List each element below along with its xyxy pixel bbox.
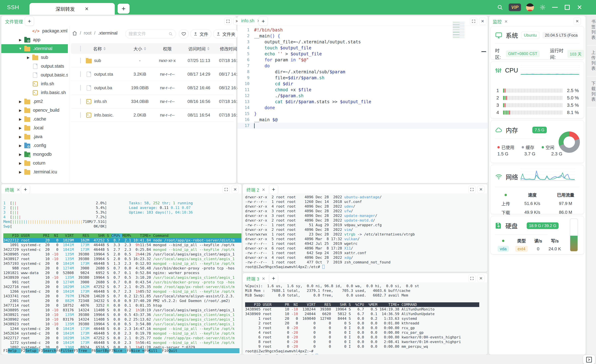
favorite-button[interactable] — [179, 29, 189, 39]
fkey-action[interactable]: Tree — [78, 348, 91, 353]
code-line-10[interactable]: 10 cd $dir — [238, 81, 488, 87]
fkey-F10[interactable]: F10 — [162, 348, 169, 353]
process-row[interactable]: 3438939 root 10 -10 135M 39380 19964 S 0… — [3, 275, 241, 280]
code-line-9[interactable]: 9 file=$dir/$param.sh — [238, 75, 488, 81]
code-line-1[interactable]: 1#!/bin/bash — [238, 27, 488, 33]
home-icon[interactable] — [72, 31, 77, 36]
upload-folder-button[interactable]: 文件夹 — [213, 29, 238, 39]
row-checkbox[interactable] — [80, 58, 81, 63]
tree-item-output.basic.s[interactable]: output.basic.s — [1, 71, 68, 80]
file-search-input[interactable] — [128, 31, 167, 36]
tree-closed-arrow-icon[interactable]: ▶ — [16, 108, 24, 112]
tree-closed-arrow-icon[interactable]: ▶ — [16, 170, 24, 174]
process-table-header[interactable]: PID USER PR NI VIRT RES SHR S %CPU %MEM … — [245, 302, 479, 307]
new-session-button[interactable]: + — [118, 4, 130, 14]
column-header[interactable]: 权限 — [152, 45, 182, 52]
column-header[interactable]: 名称 — [86, 45, 127, 52]
code-line-16[interactable]: 16__main $@ — [238, 117, 488, 123]
code-line-4[interactable]: 4 touch $output_file — [238, 45, 488, 51]
tree-item-output.stats[interactable]: output.stats — [1, 62, 68, 71]
code-line-12[interactable]: 12 ./$param.sh — [238, 93, 488, 99]
terminal-3-tab[interactable]: 终端 3 ✕ — [246, 275, 265, 282]
process-row[interactable]: 3438895 root 10 -10 83176 14324 11408 S … — [3, 308, 241, 313]
fkey-F4[interactable]: F4 — [56, 348, 61, 353]
process-row[interactable]: 991 root 20 0 1274M 3900 2680 S 0.7 0.0 … — [3, 280, 241, 284]
process-row[interactable]: 4 root 0 -20 0 0 0 I 0.0 0.0 0:00.00 rcu… — [245, 330, 487, 335]
upload-file-button[interactable]: 文件 — [190, 29, 211, 39]
minimize-button[interactable] — [551, 4, 559, 11]
gear-icon[interactable] — [539, 4, 546, 11]
fkey-action[interactable]: Nice + — [131, 348, 144, 353]
sort-icon[interactable] — [207, 47, 209, 50]
fkey-F9[interactable]: F9 — [144, 348, 149, 353]
tree-closed-arrow-icon[interactable]: ▶ — [16, 135, 24, 139]
code-line-6[interactable]: 6 for param in "$@" — [238, 57, 488, 63]
process-row[interactable]: 3457193 systemd-c 20 0 1841M 173M 46448 … — [3, 261, 241, 266]
terminal-3-screen[interactable]: %Cpu(s): 1.6 us, 1.6 sy, 0.0 ni, 96.8 id… — [243, 282, 487, 355]
tree-item-.java[interactable]: ▶.java — [1, 132, 68, 141]
code-line-8[interactable]: 8 dir=~/.xterminal/sub/$param — [238, 69, 488, 75]
file-row-info.basic.[interactable]: info.basic.2.0KiBrw-r--r--08/11 16:5407/… — [71, 108, 234, 122]
process-row[interactable]: 6 root 0 -20 0 0 0 I 0.0 0.0 0:00.00 kwo… — [245, 335, 487, 340]
file-manager-new-tab-button[interactable]: + — [25, 17, 34, 26]
terminal-1-tab-close-icon[interactable]: ✕ — [17, 188, 20, 192]
process-row[interactable]: 988 root 20 0 1274M 3900 2680 S 0.7 0.0 … — [3, 266, 241, 271]
column-header[interactable]: 大小 — [127, 45, 152, 52]
fkey-action[interactable]: Nice - — [113, 348, 127, 353]
tree-open-arrow-icon[interactable]: ▼ — [16, 47, 24, 51]
terminal-1-screen[interactable]: 1 [|| 2.0%]2 [||| 5.4%]3 [||| 5.3%]4 [||… — [1, 193, 241, 355]
process-row[interactable]: 3438902 root 10 -10 83176 14324 11408 S … — [3, 317, 241, 322]
process-row[interactable]: 3438923 root 10 -10 135M 39380 19964 S 0… — [3, 322, 241, 327]
breadcrumb[interactable]: / root / .xterminal — [72, 31, 118, 36]
code-line-5[interactable]: 5 echo '' > $output_file — [238, 51, 488, 57]
session-tab[interactable]: 深圳转发 ✕ — [30, 3, 115, 15]
terminal-2-screen[interactable]: drwxr-xr-x 2 root root 4096 Dec 28 2022 … — [243, 193, 487, 272]
row-checkbox[interactable] — [80, 71, 81, 77]
close-panel-icon[interactable]: ✕ — [477, 275, 484, 282]
monitor-tab-close-icon[interactable]: ✕ — [504, 19, 508, 24]
tree-item-.cache[interactable]: ▶.cache — [1, 115, 68, 124]
fkey-action[interactable]: Kill — [149, 348, 162, 353]
process-row[interactable]: 1244 systemd-c 20 0 1841M 173M 46448 S 0… — [3, 327, 241, 331]
tab-download-list[interactable]: 下载列表 — [587, 76, 596, 107]
code-line-2[interactable]: 2__main() { — [238, 33, 488, 39]
tree-closed-arrow-icon[interactable]: ▶ — [16, 126, 24, 130]
sort-icon[interactable] — [104, 47, 106, 50]
process-row[interactable]: 3422717 root 20 0 1029M 162M 47252 S 0.0… — [3, 336, 241, 340]
process-row[interactable]: 3438969 root 10 -10 24044 6620 5812 S 6.… — [245, 312, 487, 316]
file-row-output.ba[interactable]: output.ba199.0BiBrw-r--r--08/12 16:4608/… — [71, 81, 234, 95]
process-row[interactable]: 3422716 root 20 0 1029M 162M 47252 S 0.7… — [3, 284, 241, 289]
tree-closed-arrow-icon[interactable]: ▶ — [16, 117, 24, 121]
file-manager-tab[interactable]: 文件管理 — [5, 18, 23, 25]
breadcrumb-root[interactable]: root — [84, 31, 92, 36]
expand-panel-icon[interactable] — [468, 186, 476, 193]
session-tab-close-icon[interactable]: ✕ — [85, 6, 89, 12]
expand-panel-icon[interactable] — [224, 18, 232, 25]
close-panel-icon[interactable]: ✕ — [479, 18, 486, 25]
tree-closed-arrow-icon[interactable]: ▶ — [16, 144, 24, 148]
tree-item-app[interactable]: ▶⚙app — [1, 35, 68, 44]
select-all-checkbox[interactable] — [80, 46, 81, 51]
tree-item-info.sh[interactable]: info.sh — [1, 80, 68, 88]
close-panel-icon[interactable]: ✕ — [231, 186, 239, 193]
terminal-2-tab[interactable]: 终端 2 ✕ — [246, 187, 265, 193]
code-line-15[interactable]: 15} — [238, 111, 488, 117]
maximize-button[interactable] — [564, 4, 571, 11]
tree-item-.xterminal[interactable]: ▼.xterminal — [1, 44, 68, 53]
fkey-action[interactable]: Help — [8, 348, 21, 353]
process-row[interactable]: 8 root 0 -20 0 0 0 I 0.0 0.0 2:08.41 kwo… — [245, 340, 487, 344]
tab-bookmark-list[interactable]: 书签列表 — [587, 15, 596, 45]
tree-item-coturn[interactable]: ▶coturn — [1, 159, 68, 167]
fkey-F6[interactable]: F6 — [91, 348, 96, 353]
fkey-action[interactable]: SortBy — [96, 348, 109, 353]
fkey-action[interactable]: Search — [43, 348, 56, 353]
editor-tab[interactable]: info.sh ✕ — [241, 18, 261, 23]
htop-function-keys[interactable]: F1Help F2Setup F3SearchF4FilterF5Tree F6… — [3, 348, 239, 353]
process-row[interactable]: 1266 systemd-c 20 0 1841M 173M 46448 S 0… — [3, 289, 241, 294]
process-row[interactable]: 3438905 root 10 -10 138244 39380 19964 S… — [245, 307, 487, 312]
file-row-info.sh[interactable]: info.sh334.0BiBrw-r--r--08/16 16:5607/18… — [71, 95, 234, 108]
terminal-3-tab-close-icon[interactable]: ✕ — [262, 277, 265, 281]
vip-badge[interactable]: VIP — [509, 3, 521, 11]
fkey-F7[interactable]: F7 — [109, 348, 114, 353]
close-window-button[interactable]: ✕ — [576, 4, 583, 11]
